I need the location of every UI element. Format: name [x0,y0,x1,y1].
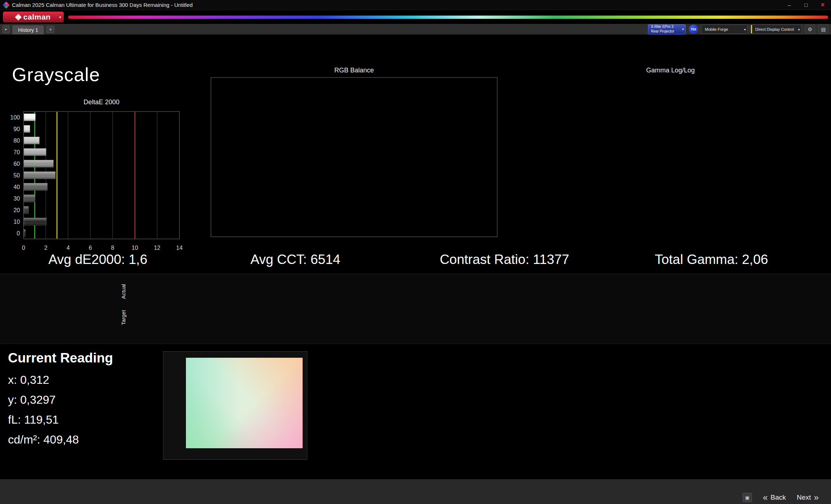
svg-text:60: 60 [13,161,20,167]
svg-text:8: 8 [111,245,114,251]
avg-de2000-stat: Avg dE2000: 1,6 [49,252,147,267]
history-panel-toggle[interactable]: ▸ [3,25,10,33]
rgb-balance-chart: RGB Balance [188,67,504,251]
transport-nav: ▣ « Back Next » [743,493,819,502]
gamma-chart-svg [505,75,820,251]
svg-text:10: 10 [132,245,138,251]
rgb-balance-chart-title: RGB Balance [211,67,497,75]
deltae-chart-title: DeltaE 2000 [24,98,179,106]
svg-text:50: 50 [13,172,20,178]
contrast-ratio-stat: Contrast Ratio: 11377 [440,252,569,267]
pattern-source-select[interactable]: Mobile Forge ▾ [701,25,748,34]
tab-bar: ▸ History 1 + X-Rite i1Pro 3 Rear Projec… [0,24,831,35]
next-label: Next [797,494,811,501]
close-button[interactable]: × [814,0,831,10]
total-gamma-stat: Total Gamma: 2,06 [655,252,768,267]
svg-text:4: 4 [66,245,70,251]
svg-text:90: 90 [13,126,20,132]
page-title: Grayscale [12,64,100,85]
calman-window: Calman 2025 Calman Ultimate for Business… [0,0,831,504]
display-control-select[interactable]: Direct Display Control ▾ [751,25,802,34]
calman-logo-text: calman [23,13,50,21]
meter-select[interactable]: X-Rite i1Pro 3 Rear Projector ▾ [648,24,686,34]
gamma-chart: Gamma Log/Log [505,67,820,251]
svg-text:14: 14 [176,245,183,251]
meter-mode: Rear Projector [651,29,680,34]
pattern-window-icon: ▣ [745,495,749,500]
next-button[interactable]: Next » [797,493,819,502]
svg-text:0: 0 [22,245,25,251]
maximize-button[interactable]: □ [798,0,814,10]
back-label: Back [770,494,786,501]
spectrum-strip [68,16,828,19]
chevron-down-icon: ▾ [682,27,684,32]
window-controls: – □ × [781,0,831,10]
avg-cct-stat: Avg CCT: 6514 [250,252,340,267]
current-reading-y: y: 0,3297 [8,390,113,410]
display-control-label: Direct Display Control [755,27,794,32]
meter-status-badge: 703 [689,25,698,34]
cie-chromaticity-chart [163,351,307,460]
svg-text:2: 2 [44,245,47,251]
svg-text:100: 100 [10,114,20,121]
back-icon: « [763,493,768,502]
current-reading-x: x: 0,312 [8,370,113,390]
current-reading-title: Current Reading [8,350,113,366]
cie-chart-svg [163,352,308,460]
svg-text:0: 0 [17,230,20,236]
minimize-button[interactable]: – [781,0,798,10]
grayscale-swatch-strip: Actual Target [0,274,831,344]
target-row-label: Target [120,305,126,330]
back-button[interactable]: « Back [763,493,786,502]
bottom-toolbar: ▣ « Back Next » [0,479,831,504]
deltae-chart: DeltaE 2000 0246810121410090807060504030… [5,98,186,255]
svg-text:40: 40 [13,184,20,190]
pattern-source-label: Mobile Forge [705,27,728,32]
calman-logo-menu[interactable]: calman ▾ [3,12,64,22]
add-tab-button[interactable]: + [46,26,54,33]
svg-text:6: 6 [89,245,92,251]
svg-text:10: 10 [13,219,20,225]
calman-diamond-icon [15,14,22,20]
chevron-down-icon: ▾ [744,27,746,31]
svg-text:30: 30 [13,196,20,202]
deltae-chart-svg: 024681012141009080706050403020100 [5,106,186,255]
svg-text:70: 70 [13,149,20,155]
svg-text:20: 20 [13,207,20,213]
layout-panel-button[interactable]: ▤ [818,25,828,34]
titlebar: Calman 2025 Calman Ultimate for Business… [0,0,831,10]
current-reading-panel: Current Reading x: 0,312 y: 0,3297 fL: 1… [8,350,113,450]
app-icon [3,1,10,9]
chevron-down-icon: ▾ [798,27,800,31]
gamma-chart-title: Gamma Log/Log [527,67,814,75]
current-reading-cdm2: cd/m²: 409,48 [8,430,113,450]
svg-text:80: 80 [13,138,20,144]
current-reading-fl: fL: 119,51 [8,410,113,430]
chevron-down-icon: ▾ [59,15,61,19]
actual-row-label: Actual [120,279,126,304]
tab-history-1[interactable]: History 1 [12,25,44,34]
window-title: Calman 2025 Calman Ultimate for Business… [12,2,193,8]
rgb-balance-chart-svg [188,75,504,251]
settings-gear-button[interactable]: ⚙ [805,25,815,34]
device-controls: X-Rite i1Pro 3 Rear Projector ▾ 703 Mobi… [648,24,828,34]
svg-text:12: 12 [154,245,161,251]
next-icon: » [814,493,819,502]
logo-bar: calman ▾ [0,10,831,24]
main-content: Grayscale DeltaE 2000 024681012141009080… [0,35,831,479]
meter-name: X-Rite i1Pro 3 [651,25,680,29]
pattern-window-button[interactable]: ▣ [743,493,752,502]
